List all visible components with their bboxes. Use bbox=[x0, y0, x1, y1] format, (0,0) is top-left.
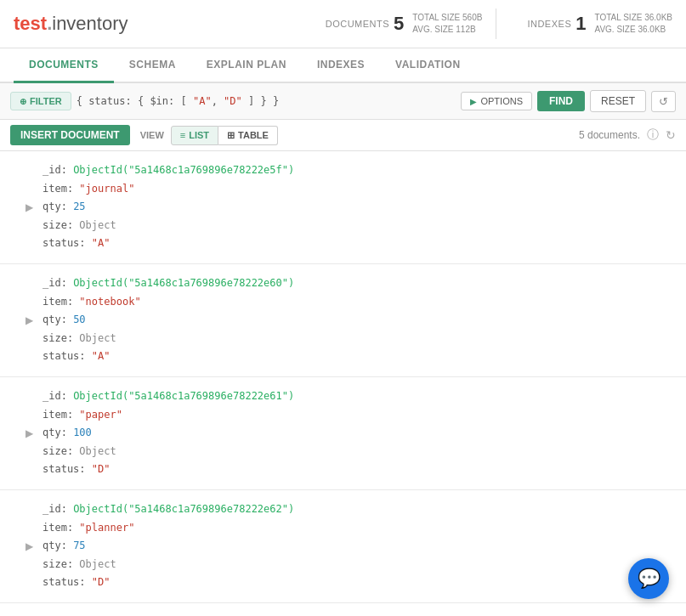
table-row: ▶_id: ObjectId("5a1468c1a769896e78222e63… bbox=[0, 603, 686, 616]
indexes-size-stats: TOTAL SIZE 36.0KB AVG. SIZE 36.0KB bbox=[594, 12, 672, 36]
doc-field-status: status: "D" bbox=[43, 461, 669, 479]
view-toggle: ≡ LIST ⊞ TABLE bbox=[171, 126, 278, 145]
table-row: ▶_id: ObjectId("5a1468c1a769896e78222e60… bbox=[0, 264, 686, 377]
expand-icon[interactable]: ▶ bbox=[26, 314, 33, 326]
toolbar: INSERT DOCUMENT VIEW ≡ LIST ⊞ TABLE 5 do… bbox=[0, 120, 686, 151]
tab-bar: DOCUMENTS SCHEMA EXPLAIN PLAN INDEXES VA… bbox=[0, 48, 686, 83]
filter-button[interactable]: ⊕ FILTER bbox=[10, 92, 71, 110]
doc-field-status: status: "A" bbox=[43, 348, 669, 366]
doc-field-_id: _id: ObjectId("5a1468c1a769896e78222e61"… bbox=[43, 387, 669, 406]
documents-avg-size-label: AVG. SIZE 112B bbox=[412, 24, 482, 36]
documents-stat: DOCUMENTS 5 TOTAL SIZE 560B AVG. SIZE 11… bbox=[326, 12, 483, 36]
doc-field-_id: _id: ObjectId("5a1468c1a769896e78222e5f"… bbox=[43, 161, 669, 180]
tab-validation[interactable]: VALIDATION bbox=[380, 48, 476, 83]
tab-schema[interactable]: SCHEMA bbox=[114, 48, 191, 83]
expand-icon[interactable]: ▶ bbox=[26, 540, 33, 552]
insert-document-button[interactable]: INSERT DOCUMENT bbox=[10, 125, 130, 145]
chevron-right-icon: ▶ bbox=[470, 97, 477, 106]
list-icon: ≡ bbox=[180, 130, 185, 140]
doc-field-qty: qty: 75 bbox=[43, 537, 669, 556]
table-view-button[interactable]: ⊞ TABLE bbox=[218, 126, 278, 145]
doc-field-status: status: "A" bbox=[43, 235, 669, 253]
indexes-label: INDEXES bbox=[527, 19, 571, 29]
documents-size-stats: TOTAL SIZE 560B AVG. SIZE 112B bbox=[412, 12, 482, 36]
filter-bar: ⊕ FILTER { status: { $in: [ "A", "D" ] }… bbox=[0, 83, 686, 120]
reset-button[interactable]: RESET bbox=[590, 90, 646, 112]
documents-count: 5 bbox=[394, 13, 404, 35]
documents-area: ▶_id: ObjectId("5a1468c1a769896e78222e5f… bbox=[0, 151, 686, 616]
doc-field-size: size: Object bbox=[43, 443, 669, 461]
doc-field-item: item: "planner" bbox=[43, 519, 669, 538]
doc-field-item: item: "paper" bbox=[43, 406, 669, 425]
refresh-icon[interactable]: ↻ bbox=[666, 128, 676, 142]
doc-field-qty: qty: 25 bbox=[43, 198, 669, 217]
app-logo: test.inventory bbox=[14, 13, 128, 35]
indexes-avg-size-label: AVG. SIZE 36.0KB bbox=[594, 24, 672, 36]
list-label: LIST bbox=[189, 130, 209, 140]
options-button[interactable]: ▶ OPTIONS bbox=[461, 92, 532, 110]
documents-label: DOCUMENTS bbox=[326, 19, 389, 29]
find-button[interactable]: FIND bbox=[537, 91, 585, 111]
logo-test: test bbox=[14, 13, 47, 34]
table-row: ▶_id: ObjectId("5a1468c1a769896e78222e61… bbox=[0, 377, 686, 490]
documents-total-size-label: TOTAL SIZE 560B bbox=[412, 12, 482, 24]
doc-field-qty: qty: 100 bbox=[43, 424, 669, 443]
header: test.inventory DOCUMENTS 5 TOTAL SIZE 56… bbox=[0, 0, 686, 48]
doc-field-_id: _id: ObjectId("5a1468c1a769896e78222e62"… bbox=[43, 500, 669, 519]
indexes-count: 1 bbox=[575, 13, 586, 35]
table-label: TABLE bbox=[238, 130, 269, 140]
doc-field-status: status: "D" bbox=[43, 574, 669, 592]
view-label: VIEW bbox=[140, 130, 164, 140]
options-label: OPTIONS bbox=[480, 96, 523, 106]
doc-field-qty: qty: 50 bbox=[43, 311, 669, 330]
table-icon: ⊞ bbox=[227, 130, 235, 141]
info-icon[interactable]: ⓘ bbox=[647, 127, 659, 143]
doc-field-item: item: "journal" bbox=[43, 180, 669, 199]
document-count: 5 documents. bbox=[579, 129, 640, 141]
table-row: ▶_id: ObjectId("5a1468c1a769896e78222e62… bbox=[0, 490, 686, 603]
doc-field-item: item: "notebook" bbox=[43, 293, 669, 312]
logo-inventory: inventory bbox=[52, 13, 128, 34]
doc-field-_id: _id: ObjectId("5a1468c1a769896e78222e60"… bbox=[43, 274, 669, 293]
tab-indexes[interactable]: INDEXES bbox=[302, 48, 380, 83]
table-row: ▶_id: ObjectId("5a1468c1a769896e78222e5f… bbox=[0, 151, 686, 264]
indexes-stat: INDEXES 1 TOTAL SIZE 36.0KB AVG. SIZE 36… bbox=[527, 12, 672, 36]
stat-divider bbox=[496, 8, 496, 39]
filter-query-display: { status: { $in: [ "A", "D" ] } } bbox=[77, 95, 456, 107]
expand-icon[interactable]: ▶ bbox=[26, 201, 33, 213]
chat-bubble[interactable]: 💬 bbox=[628, 558, 669, 599]
tab-explain-plan[interactable]: EXPLAIN PLAN bbox=[191, 48, 302, 83]
doc-field-size: size: Object bbox=[43, 556, 669, 574]
filter-button-label: FILTER bbox=[30, 96, 62, 106]
filter-icon: ⊕ bbox=[20, 97, 26, 106]
doc-field-size: size: Object bbox=[43, 330, 669, 348]
doc-field-size: size: Object bbox=[43, 217, 669, 235]
list-view-button[interactable]: ≡ LIST bbox=[171, 126, 218, 145]
history-button[interactable]: ↺ bbox=[651, 91, 676, 112]
expand-icon[interactable]: ▶ bbox=[26, 427, 33, 439]
tab-documents[interactable]: DOCUMENTS bbox=[14, 48, 114, 83]
indexes-total-size-label: TOTAL SIZE 36.0KB bbox=[594, 12, 672, 24]
